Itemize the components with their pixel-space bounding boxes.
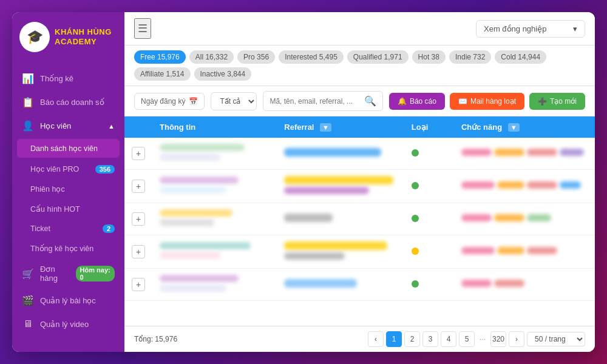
- filter-select[interactable]: Tất cả: [211, 92, 257, 110]
- prev-page-button[interactable]: ‹: [368, 331, 384, 347]
- th-loai: Loại: [404, 116, 454, 138]
- filter-tabs: Free 15,976 All 16,332 Pro 356 Intereste…: [124, 46, 595, 86]
- action-blur-1: [461, 181, 495, 189]
- toolbar: Ngày đăng ký 📅 Tất cả 🔍 🔔 Báo cáo ✉️ Mai…: [124, 86, 595, 116]
- table-wrapper: Thông tin Referral ▼ Loại Chức năng ▼: [124, 116, 595, 326]
- sidebar-item-quan-ly-video[interactable]: 🖥 Quản lý video: [12, 312, 124, 335]
- info-name-blur: [160, 177, 239, 184]
- action-blur-1: [461, 214, 492, 221]
- bell-icon: 🔔: [398, 97, 407, 106]
- info-name-blur: [160, 242, 251, 249]
- referral-blur-gray: [284, 214, 333, 222]
- referral-blur-gray: [284, 252, 345, 260]
- info-cell: [152, 203, 277, 235]
- hamburger-button[interactable]: ☰: [134, 18, 151, 39]
- search-input-wrapper: 🔍: [263, 91, 383, 111]
- info-cell: [152, 170, 277, 203]
- page-2-button[interactable]: 2: [404, 331, 420, 347]
- toolbar-right: 🔔 Báo cáo ✉️ Mail hàng loạt ➕ Tạo mới: [389, 93, 585, 110]
- action-blur-4: [560, 181, 581, 189]
- page-5-button[interactable]: 5: [459, 331, 475, 347]
- sidebar-item-thong-ke[interactable]: 📊 Thống kê: [12, 67, 124, 90]
- info-cell: [152, 235, 277, 269]
- students-table: Thông tin Referral ▼ Loại Chức năng ▼: [124, 116, 595, 301]
- search-input[interactable]: [270, 97, 361, 106]
- loai-cell: [404, 170, 454, 203]
- pro-badge: 356: [95, 165, 115, 174]
- sidebar-item-thong-ke-hoc-vien[interactable]: Thống kê học viên: [12, 238, 124, 258]
- calendar-icon: 📅: [189, 97, 198, 106]
- action-blur-1: [461, 280, 492, 287]
- tab-hot[interactable]: Hot 38: [412, 50, 446, 64]
- sidebar-nav: 📊 Thống kê 📋 Báo cáo doanh số 👤 Học viên…: [12, 62, 124, 352]
- action-blur-1: [461, 247, 495, 254]
- info-cell: [152, 138, 277, 170]
- info-name-blur: [160, 275, 239, 282]
- filter-icon[interactable]: ▼: [320, 123, 331, 132]
- sidebar-item-hoc-vien-pro[interactable]: Học viên PRO 356: [12, 159, 124, 179]
- status-dot-green: [412, 280, 419, 288]
- sidebar-item-don-hang[interactable]: 🛒 Đơn hàng Hôm nay: 0: [12, 258, 124, 289]
- page-320-button[interactable]: 320: [490, 331, 506, 347]
- status-dot-green: [412, 215, 419, 222]
- total-label: Tổng: 15,976: [134, 335, 177, 343]
- sidebar-item-ticket[interactable]: Ticket 2: [12, 219, 124, 238]
- info-email-blur: [160, 285, 226, 292]
- expand-button[interactable]: +: [132, 212, 145, 226]
- sidebar-item-phien-hoc[interactable]: Phiên học: [12, 179, 124, 199]
- logo-icon: 🎓: [19, 22, 50, 52]
- status-dot-green: [412, 182, 419, 189]
- sidebar-item-hoc-vien[interactable]: 👤 Học viên ▲: [12, 114, 124, 138]
- ticket-badge: 2: [103, 224, 115, 233]
- expand-cell: +: [124, 235, 152, 269]
- student-icon: 👤: [22, 120, 34, 132]
- ellipsis: ···: [477, 335, 488, 343]
- report-button[interactable]: 🔔 Báo cáo: [389, 93, 445, 110]
- sidebar-item-danh-sach-hoc-vien[interactable]: Danh sách học viên: [17, 139, 120, 158]
- chevron-down-icon: ▾: [573, 24, 577, 33]
- tab-inactive[interactable]: Inactive 3,844: [194, 67, 252, 81]
- referral-cell: [277, 203, 404, 235]
- sidebar-logo: 🎓 KHÁNH HÙNG ACADEMY: [12, 12, 124, 62]
- tab-qualified[interactable]: Qualified 1,971: [347, 50, 409, 64]
- per-page-select[interactable]: 50 / trang 100 / trang: [527, 332, 585, 346]
- colleague-select[interactable]: Xem đồng nghiệp ▾: [476, 20, 585, 38]
- expand-button[interactable]: +: [132, 245, 145, 258]
- expand-button[interactable]: +: [132, 147, 145, 160]
- status-dot-green: [412, 149, 419, 157]
- page-3-button[interactable]: 3: [422, 331, 438, 347]
- next-page-button[interactable]: ›: [509, 331, 524, 347]
- status-dot-yellow: [412, 248, 419, 255]
- referral-cell: [277, 170, 404, 203]
- date-input[interactable]: Ngày đăng ký 📅: [134, 93, 205, 110]
- table-row: +: [124, 269, 595, 301]
- top-bar: ☰ Xem đồng nghiệp ▾: [124, 12, 595, 46]
- expand-button[interactable]: +: [132, 180, 145, 193]
- th-thong-tin: Thông tin: [152, 116, 277, 138]
- tab-indie[interactable]: Indie 732: [449, 50, 491, 64]
- tab-free[interactable]: Free 15,976: [134, 50, 186, 64]
- tab-interested[interactable]: Interested 5,495: [279, 50, 344, 64]
- tab-all[interactable]: All 16,332: [189, 50, 234, 64]
- new-button[interactable]: ➕ Tạo mới: [529, 93, 585, 110]
- table-row: +: [124, 170, 595, 203]
- sidebar-item-bao-cao-doanh-so[interactable]: 📋 Báo cáo doanh số: [12, 90, 124, 114]
- sidebar: 🎓 KHÁNH HÙNG ACADEMY 📊 Thống kê 📋 Báo cá…: [12, 12, 124, 352]
- chucnang-filter-icon[interactable]: ▼: [508, 123, 520, 132]
- expand-cell: +: [124, 170, 152, 203]
- logo-text: KHÁNH HÙNG ACADEMY: [55, 27, 112, 46]
- sidebar-item-quan-ly-bai-hoc[interactable]: 🎬 Quản lý bài học: [12, 289, 124, 312]
- sidebar-item-cau-hinh-hot[interactable]: Cấu hình HOT: [12, 199, 124, 219]
- cart-icon: 🛒: [22, 268, 34, 280]
- page-1-button[interactable]: 1: [386, 331, 402, 347]
- info-cell: [152, 269, 277, 301]
- tab-affiliate[interactable]: Affiliate 1,514: [134, 67, 191, 81]
- chevron-up-icon: ▲: [108, 123, 115, 130]
- tab-pro[interactable]: Pro 356: [237, 50, 275, 64]
- tab-cold[interactable]: Cold 14,944: [495, 50, 546, 64]
- page-4-button[interactable]: 4: [441, 331, 456, 347]
- expand-button[interactable]: +: [132, 278, 145, 291]
- action-blur-2: [494, 214, 524, 221]
- table-row: +: [124, 235, 595, 269]
- mail-button[interactable]: ✉️ Mail hàng loạt: [450, 93, 524, 110]
